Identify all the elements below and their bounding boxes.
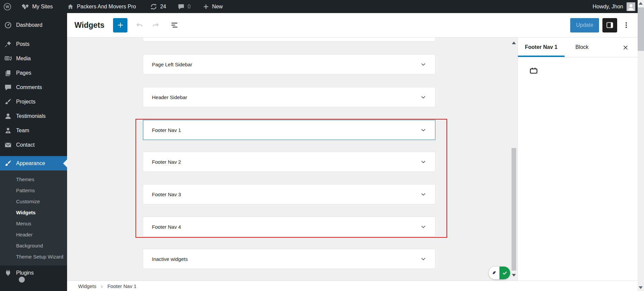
submenu-item-widgets[interactable]: Widgets — [0, 207, 67, 218]
widget-area-title: Footer Nav 3 — [152, 192, 181, 197]
scroll-down-arrow[interactable] — [639, 286, 643, 289]
users-icon-partial — [19, 277, 25, 283]
comment-bubble-icon — [177, 3, 185, 10]
appearance-brush-icon — [4, 159, 12, 167]
sidebar-item-posts[interactable]: Posts — [0, 37, 67, 51]
sidebar-item-plugins[interactable]: Plugins — [0, 266, 67, 280]
submenu-item-patterns[interactable]: Patterns — [0, 185, 67, 196]
settings-sidebar-toggle-button[interactable] — [602, 18, 617, 32]
scrollbar-thumb[interactable] — [638, 7, 644, 51]
content-scrollbar[interactable] — [511, 38, 518, 281]
submenu-item-header[interactable]: Header — [0, 229, 67, 240]
update-button[interactable]: Update — [570, 18, 599, 32]
plus-icon — [203, 3, 209, 10]
new-label: New — [212, 4, 223, 10]
scroll-down-arrow[interactable] — [512, 274, 516, 277]
comments-menu[interactable]: 0 — [173, 0, 195, 13]
sidebar-item-media[interactable]: Media — [0, 51, 67, 66]
breadcrumb-widgets[interactable]: Widgets — [78, 283, 96, 289]
sidebar-panel-icon — [605, 21, 614, 29]
widget-area-title: Page Left Sidebar — [152, 62, 192, 67]
sidebar-label: Plugins — [16, 270, 34, 276]
account-menu[interactable]: Howdy, Jhon — [593, 2, 644, 11]
submenu-item-theme-setup-wizard[interactable]: Theme Setup Wizard — [0, 251, 67, 262]
submenu-item-customize[interactable]: Customize — [0, 196, 67, 207]
sidebar-item-projects[interactable]: Projects — [0, 94, 67, 109]
person-tie-icon — [4, 127, 12, 135]
browser-scrollbar[interactable] — [638, 0, 644, 291]
widget-area-title: Footer Nav 2 — [152, 159, 181, 165]
menu-separator — [0, 32, 67, 37]
widget-area-card-header-sidebar[interactable]: Header Sidebar — [143, 87, 435, 107]
widget-area-card-footer-nav-2[interactable]: Footer Nav 2 — [143, 152, 435, 172]
widget-area-card-footer-nav-1[interactable]: Footer Nav 1 — [143, 120, 435, 140]
widget-area-card-footer-nav-4[interactable]: Footer Nav 4 — [143, 217, 435, 237]
sidebar-label: Testimonials — [16, 113, 46, 119]
add-block-button[interactable] — [113, 18, 127, 32]
list-view-button[interactable] — [167, 18, 182, 32]
widget-area-card-partial[interactable] — [143, 38, 435, 42]
options-menu-button[interactable] — [621, 18, 632, 32]
widget-area-block-icon — [529, 66, 538, 75]
sidebar-label: Contact — [16, 142, 35, 148]
new-menu[interactable]: New — [198, 0, 227, 13]
extension-pill[interactable] — [489, 267, 510, 279]
widget-area-title: Footer Nav 4 — [152, 224, 181, 230]
sidebar-item-appearance[interactable]: Appearance — [0, 156, 67, 170]
settings-panel: Footer Nav 1 Block — [518, 38, 638, 281]
undo-button[interactable] — [132, 18, 147, 32]
submenu-item-background[interactable]: Background — [0, 240, 67, 251]
chevron-down-icon — [420, 191, 426, 197]
scrollbar-thumb[interactable] — [512, 148, 516, 271]
extension-feather-button[interactable] — [489, 267, 499, 279]
breadcrumb-current: Footer Nav 1 — [107, 283, 137, 289]
redo-icon — [151, 21, 160, 29]
sidebar-label: Appearance — [16, 160, 45, 166]
howdy-label: Howdy, Jhon — [593, 4, 623, 10]
tab-footer-nav-1[interactable]: Footer Nav 1 — [518, 38, 565, 57]
chevron-down-icon — [420, 127, 426, 133]
site-name-menu[interactable]: Packers And Movers Pro — [62, 0, 141, 13]
wordpress-widgets-screen: W My Sites Packers And Movers Pro 24 — [0, 0, 644, 291]
scroll-up-arrow[interactable] — [639, 2, 643, 5]
current-menu-arrow — [63, 159, 67, 167]
breadcrumb-chevron-icon: › — [101, 283, 103, 289]
sidebar-item-testimonials[interactable]: Testimonials — [0, 109, 67, 123]
widget-area-card-page-left-sidebar[interactable]: Page Left Sidebar — [143, 54, 435, 74]
updates-icon — [150, 3, 157, 10]
close-panel-button[interactable] — [618, 40, 633, 55]
close-icon — [622, 44, 629, 51]
sidebar-item-dashboard[interactable]: Dashboard — [0, 18, 67, 32]
paintbrush-icon — [4, 98, 12, 106]
tab-block[interactable]: Block — [565, 38, 599, 57]
sidebar-item-comments[interactable]: Comments — [0, 80, 67, 94]
submenu-item-menus[interactable]: Menus — [0, 218, 67, 229]
widgets-canvas: Page Left Sidebar Header Sidebar Footer … — [67, 38, 511, 281]
widget-area-card-footer-nav-3[interactable]: Footer Nav 3 — [143, 184, 435, 204]
sidebar-item-team[interactable]: Team — [0, 123, 67, 138]
widget-area-title: Header Sidebar — [152, 94, 187, 100]
updates-menu[interactable]: 24 — [145, 0, 171, 13]
redo-button[interactable] — [148, 18, 163, 32]
widget-area-title: Footer Nav 1 — [152, 127, 181, 133]
avatar — [627, 2, 635, 11]
scroll-up-arrow[interactable] — [512, 42, 516, 44]
my-sites-menu[interactable]: My Sites — [16, 0, 57, 13]
my-sites-label: My Sites — [32, 4, 53, 10]
wp-logo-menu[interactable]: W — [0, 0, 16, 13]
submenu-item-themes[interactable]: Themes — [0, 174, 67, 185]
panel-body — [518, 57, 638, 77]
breadcrumb-bar: Widgets › Footer Nav 1 — [67, 281, 638, 291]
widget-area-card-inactive-widgets[interactable]: Inactive widgets — [143, 249, 435, 269]
widget-area-title: Inactive widgets — [152, 256, 188, 262]
panel-tabs: Footer Nav 1 Block — [518, 38, 638, 57]
chevron-down-icon — [420, 224, 426, 230]
wordpress-logo-icon: W — [3, 3, 11, 11]
feather-icon — [491, 270, 497, 276]
plus-icon — [117, 21, 124, 29]
sidebar-item-contact[interactable]: Contact — [0, 138, 67, 152]
menu-separator — [0, 152, 67, 156]
appearance-submenu: Themes Patterns Customize Widgets Menus … — [0, 170, 67, 266]
sidebar-item-pages[interactable]: Pages — [0, 66, 67, 80]
sidebar-label: Dashboard — [16, 22, 42, 28]
